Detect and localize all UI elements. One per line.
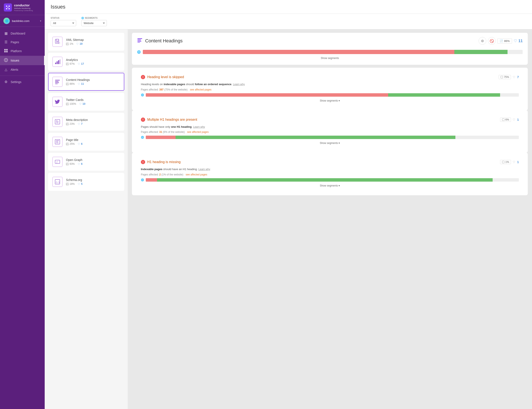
sub-issue-title: Heading level is skipped [147,75,184,79]
bar-red [146,136,176,139]
svg-point-2 [6,8,7,9]
svg-rect-20 [57,61,58,64]
learn-why-link[interactable]: Learn why [193,125,205,128]
globe-icon: 🌐 [141,93,144,96]
show-segments-button[interactable]: Show segments ▾ [318,98,342,103]
issue-score: 97% [66,62,75,65]
issue-name: Page title [66,138,120,142]
svg-rect-22 [60,59,60,64]
sidebar-item-label: Dashboard [11,32,25,35]
issue-name: Schema.org [66,178,120,182]
issue-icon: {;} [52,177,63,187]
svg-rect-67 [137,42,140,43]
sub-issue-heading-level-skipped: ! Heading level is skipped 75% ♡ 7 Headi… [132,68,528,110]
progress-bar [143,50,523,54]
show-segments-button[interactable]: Show segments ▾ [318,183,342,188]
settings-button[interactable]: ⚙ [478,37,486,45]
issue-card-content-headings[interactable]: Content Headings 86% ♡ 11 [48,73,124,91]
sub-issue-body: Pages should have only one H1 heading. L… [137,125,523,149]
sub-score-badge: 75% [499,75,511,79]
nav-divider [0,75,45,76]
sidebar-item-pages[interactable]: ☰ Pages [0,38,45,46]
svg-rect-30 [55,84,58,84]
sidebar-item-label: Platform [11,49,22,53]
sub-score-badge: 1% [500,160,511,164]
issue-name: Analytics [66,58,120,62]
sub-issue-title: H1 heading is missing [147,160,181,164]
issue-hearts: ♡ 7 [78,122,82,126]
issue-hearts: ♡ 19 [76,42,82,46]
show-segments-button[interactable]: Show segments [319,56,341,60]
issue-card-analytics[interactable]: Analytics 97% ♡ 17 [48,53,124,71]
sub-issue-header: ! Multiple H1 headings are present 6% ♡ … [137,115,523,125]
issue-card-twitter-cards[interactable]: Twitter Cards 100% ♡ 10 [48,93,124,111]
account-switcher[interactable]: 🌐 backlinko.com ▾ [0,15,45,27]
bar-red [143,50,454,54]
sidebar-item-settings[interactable]: ⚙ Settings [0,77,45,86]
svg-text:ƒ: ƒ [56,160,58,164]
issue-card-open-graph[interactable]: ƒ Open Graph 93% ♡ 6 [48,153,124,171]
issue-score: 25% [66,142,75,145]
segments-select[interactable]: Website Blog Product [81,20,107,26]
issue-icon: ƒ [52,157,63,167]
page-title: Issues [51,4,526,10]
issue-icon [52,57,63,67]
main-segment-bar: 🌐 [137,48,523,56]
mini-progress-bar [146,136,519,139]
sub-segment-bar: 🌐 [141,178,519,182]
page-header: Issues [45,0,532,14]
sidebar-item-label: Alerts [11,68,18,71]
sub-heart-count: 7 [517,75,519,79]
issue-hearts: ♡ 11 [78,82,84,86]
heart-icon: ♡ [514,38,517,43]
segments-filter: 🌐 SEGMENTS Website Blog Product [81,17,107,26]
sub-issue-title: Multiple H1 headings are present [147,118,197,121]
see-affected-pages-link[interactable]: see affected pages [187,130,208,133]
issue-score: 23% [66,122,75,125]
sub-issue-multiple-h1: ! Multiple H1 headings are present 6% ♡ … [132,110,528,153]
issue-score: 1% [66,42,73,45]
learn-why-link[interactable]: Learn why [233,83,245,86]
platform-icon [4,49,8,54]
affected-count: 397 [159,88,164,91]
sub-description: Indexable pages should have an H1 headin… [141,167,519,171]
status-select[interactable]: All Active Resolved [51,20,76,26]
learn-why-link[interactable]: Learn why [198,168,210,171]
svg-rect-21 [58,60,59,64]
issue-name: Content Headings [66,78,120,82]
issue-card-xml-sitemap[interactable]: XML Sitemap 1% ♡ 19 [48,33,124,51]
svg-rect-64 [137,38,142,39]
chevron-down-icon: ▾ [40,19,41,22]
sub-segment-bar: 🌐 [141,136,519,139]
issue-card-meta-description[interactable]: Meta description 23% ♡ 7 [48,113,124,131]
dashboard-icon: ▦ [4,31,8,35]
sidebar-item-issues[interactable]: Issues [0,56,45,65]
brand-name: conductor [14,3,33,7]
sidebar-item-platform[interactable]: Platform [0,46,45,56]
content-headings-icon [137,37,143,44]
issue-hearts: ♡ 6 [78,162,82,166]
issue-card-schema-org[interactable]: {;} Schema.org 18% ♡ 5 [48,173,124,191]
bar-green [157,178,493,182]
segments-label: 🌐 SEGMENTS [81,17,107,19]
content-area: XML Sitemap 1% ♡ 19 Analytics 97% [45,29,532,409]
pages-affected: Pages affected: 2 (1% of the website) se… [141,173,519,176]
sidebar-item-alerts[interactable]: △ Alerts [0,65,45,74]
status-label: STATUS [51,17,76,19]
svg-rect-69 [502,119,504,121]
heart-number: 11 [518,39,523,43]
issue-card-page-title[interactable]: Page title 25% ♡ 6 [48,133,124,151]
avatar: 🌐 [3,18,10,24]
heart-count: ♡ 11 [514,38,523,43]
see-affected-pages-link[interactable]: see affected pages [190,88,212,91]
detail-actions: ⚙ 🚫 📄 86% ♡ 11 [478,37,523,45]
show-segments-button[interactable]: Show segments ▾ [318,141,342,145]
sub-segment-bar: 🌐 [141,93,519,97]
issue-icon [52,117,63,127]
see-affected-pages-link[interactable]: see affected pages [186,173,207,176]
sidebar-item-dashboard[interactable]: ▦ Dashboard [0,29,45,38]
svg-rect-68 [501,76,503,78]
block-button[interactable]: 🚫 [488,37,496,45]
detail-header: Content Headings ⚙ 🚫 📄 86% ♡ 11 [137,37,523,45]
account-name: backlinko.com [12,19,29,23]
